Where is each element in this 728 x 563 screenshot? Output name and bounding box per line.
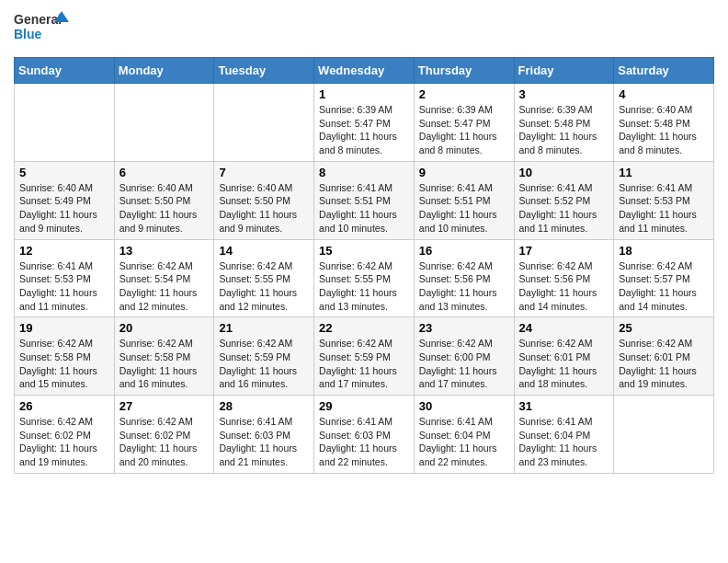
day-number: 15 bbox=[319, 244, 409, 258]
calendar-cell: 18Sunrise: 6:42 AMSunset: 5:57 PMDayligh… bbox=[614, 239, 714, 317]
calendar-cell: 9Sunrise: 6:41 AMSunset: 5:51 PMDaylight… bbox=[414, 161, 514, 239]
calendar-week-row: 12Sunrise: 6:41 AMSunset: 5:53 PMDayligh… bbox=[15, 239, 714, 317]
day-info: Sunrise: 6:42 AMSunset: 5:56 PMDaylight:… bbox=[519, 259, 609, 314]
day-number: 2 bbox=[419, 87, 509, 101]
calendar-cell: 31Sunrise: 6:41 AMSunset: 6:04 PMDayligh… bbox=[514, 396, 614, 474]
day-number: 19 bbox=[19, 321, 109, 335]
weekday-header: Sunday bbox=[15, 58, 115, 84]
calendar-cell bbox=[614, 396, 714, 474]
calendar-cell: 25Sunrise: 6:42 AMSunset: 6:01 PMDayligh… bbox=[614, 317, 714, 396]
day-info: Sunrise: 6:42 AMSunset: 5:57 PMDaylight:… bbox=[619, 259, 709, 314]
day-info: Sunrise: 6:39 AMSunset: 5:47 PMDaylight:… bbox=[419, 103, 509, 157]
weekday-row: SundayMondayTuesdayWednesdayThursdayFrid… bbox=[15, 58, 714, 84]
day-info: Sunrise: 6:42 AMSunset: 5:55 PMDaylight:… bbox=[219, 259, 309, 314]
calendar-cell: 26Sunrise: 6:42 AMSunset: 6:02 PMDayligh… bbox=[15, 396, 115, 474]
calendar-cell: 21Sunrise: 6:42 AMSunset: 5:59 PMDayligh… bbox=[214, 317, 314, 396]
day-info: Sunrise: 6:42 AMSunset: 6:02 PMDaylight:… bbox=[119, 415, 210, 469]
day-info: Sunrise: 6:42 AMSunset: 6:01 PMDaylight:… bbox=[619, 337, 709, 391]
day-info: Sunrise: 6:39 AMSunset: 5:48 PMDaylight:… bbox=[519, 103, 609, 157]
calendar-cell: 11Sunrise: 6:41 AMSunset: 5:53 PMDayligh… bbox=[614, 161, 714, 239]
day-number: 30 bbox=[419, 399, 509, 413]
day-info: Sunrise: 6:39 AMSunset: 5:47 PMDaylight:… bbox=[319, 103, 409, 157]
day-info: Sunrise: 6:41 AMSunset: 6:04 PMDaylight:… bbox=[419, 415, 509, 469]
logo-svg: General Blue bbox=[14, 9, 69, 50]
day-info: Sunrise: 6:42 AMSunset: 5:58 PMDaylight:… bbox=[19, 337, 109, 391]
day-info: Sunrise: 6:41 AMSunset: 6:04 PMDaylight:… bbox=[519, 415, 609, 469]
day-number: 9 bbox=[419, 166, 509, 179]
day-number: 12 bbox=[19, 244, 109, 258]
day-info: Sunrise: 6:42 AMSunset: 5:54 PMDaylight:… bbox=[119, 259, 210, 314]
day-number: 24 bbox=[519, 321, 609, 335]
day-info: Sunrise: 6:41 AMSunset: 6:03 PMDaylight:… bbox=[219, 415, 309, 469]
day-info: Sunrise: 6:42 AMSunset: 5:59 PMDaylight:… bbox=[319, 337, 409, 391]
day-info: Sunrise: 6:41 AMSunset: 5:53 PMDaylight:… bbox=[19, 259, 109, 314]
day-number: 13 bbox=[119, 244, 210, 258]
day-info: Sunrise: 6:41 AMSunset: 6:03 PMDaylight:… bbox=[319, 415, 409, 469]
calendar-cell bbox=[114, 84, 214, 162]
calendar-week-row: 26Sunrise: 6:42 AMSunset: 6:02 PMDayligh… bbox=[15, 396, 714, 474]
weekday-header: Wednesday bbox=[314, 58, 415, 84]
day-info: Sunrise: 6:42 AMSunset: 5:56 PMDaylight:… bbox=[419, 259, 509, 314]
calendar-cell bbox=[214, 84, 314, 162]
calendar-header: SundayMondayTuesdayWednesdayThursdayFrid… bbox=[15, 58, 714, 84]
logo: General Blue bbox=[14, 9, 69, 50]
day-number: 28 bbox=[219, 399, 309, 413]
day-number: 1 bbox=[319, 87, 409, 101]
day-info: Sunrise: 6:42 AMSunset: 6:01 PMDaylight:… bbox=[519, 337, 609, 391]
calendar-week-row: 19Sunrise: 6:42 AMSunset: 5:58 PMDayligh… bbox=[15, 317, 714, 396]
day-info: Sunrise: 6:42 AMSunset: 5:59 PMDaylight:… bbox=[219, 337, 309, 391]
day-number: 29 bbox=[319, 399, 409, 413]
calendar-cell: 12Sunrise: 6:41 AMSunset: 5:53 PMDayligh… bbox=[15, 239, 115, 317]
day-number: 7 bbox=[219, 166, 309, 179]
day-number: 22 bbox=[319, 321, 409, 335]
day-number: 25 bbox=[619, 321, 709, 335]
day-info: Sunrise: 6:42 AMSunset: 6:00 PMDaylight:… bbox=[419, 337, 509, 391]
day-info: Sunrise: 6:41 AMSunset: 5:51 PMDaylight:… bbox=[419, 181, 509, 236]
calendar-cell bbox=[15, 84, 115, 162]
day-number: 11 bbox=[619, 166, 709, 179]
calendar-cell: 16Sunrise: 6:42 AMSunset: 5:56 PMDayligh… bbox=[414, 239, 514, 317]
day-number: 14 bbox=[219, 244, 309, 258]
day-number: 6 bbox=[119, 166, 210, 179]
day-number: 20 bbox=[119, 321, 210, 335]
day-number: 21 bbox=[219, 321, 309, 335]
day-info: Sunrise: 6:42 AMSunset: 5:55 PMDaylight:… bbox=[319, 259, 409, 314]
svg-text:Blue: Blue bbox=[14, 27, 42, 41]
calendar-cell: 24Sunrise: 6:42 AMSunset: 6:01 PMDayligh… bbox=[514, 317, 614, 396]
weekday-header: Thursday bbox=[414, 58, 514, 84]
calendar-cell: 4Sunrise: 6:40 AMSunset: 5:48 PMDaylight… bbox=[614, 84, 714, 162]
day-number: 17 bbox=[519, 244, 609, 258]
page-header: General Blue bbox=[14, 9, 714, 50]
day-info: Sunrise: 6:41 AMSunset: 5:52 PMDaylight:… bbox=[519, 181, 609, 236]
calendar-cell: 1Sunrise: 6:39 AMSunset: 5:47 PMDaylight… bbox=[314, 84, 415, 162]
day-info: Sunrise: 6:40 AMSunset: 5:48 PMDaylight:… bbox=[619, 103, 709, 157]
weekday-header: Tuesday bbox=[214, 58, 314, 84]
weekday-header: Monday bbox=[114, 58, 214, 84]
day-number: 31 bbox=[519, 399, 609, 413]
weekday-header: Friday bbox=[514, 58, 614, 84]
day-number: 18 bbox=[619, 244, 709, 258]
calendar-cell: 3Sunrise: 6:39 AMSunset: 5:48 PMDaylight… bbox=[514, 84, 614, 162]
calendar-cell: 14Sunrise: 6:42 AMSunset: 5:55 PMDayligh… bbox=[214, 239, 314, 317]
day-number: 16 bbox=[419, 244, 509, 258]
calendar-cell: 6Sunrise: 6:40 AMSunset: 5:50 PMDaylight… bbox=[114, 161, 214, 239]
day-info: Sunrise: 6:41 AMSunset: 5:53 PMDaylight:… bbox=[619, 181, 709, 236]
calendar-cell: 19Sunrise: 6:42 AMSunset: 5:58 PMDayligh… bbox=[15, 317, 115, 396]
day-number: 27 bbox=[119, 399, 210, 413]
calendar-cell: 17Sunrise: 6:42 AMSunset: 5:56 PMDayligh… bbox=[514, 239, 614, 317]
calendar-cell: 27Sunrise: 6:42 AMSunset: 6:02 PMDayligh… bbox=[114, 396, 214, 474]
calendar-body: 1Sunrise: 6:39 AMSunset: 5:47 PMDaylight… bbox=[15, 84, 714, 474]
calendar-cell: 22Sunrise: 6:42 AMSunset: 5:59 PMDayligh… bbox=[314, 317, 415, 396]
day-info: Sunrise: 6:40 AMSunset: 5:49 PMDaylight:… bbox=[19, 181, 109, 236]
calendar-cell: 30Sunrise: 6:41 AMSunset: 6:04 PMDayligh… bbox=[414, 396, 514, 474]
calendar-cell: 20Sunrise: 6:42 AMSunset: 5:58 PMDayligh… bbox=[114, 317, 214, 396]
day-info: Sunrise: 6:40 AMSunset: 5:50 PMDaylight:… bbox=[119, 181, 210, 236]
day-info: Sunrise: 6:41 AMSunset: 5:51 PMDaylight:… bbox=[319, 181, 409, 236]
day-info: Sunrise: 6:40 AMSunset: 5:50 PMDaylight:… bbox=[219, 181, 309, 236]
day-number: 8 bbox=[319, 166, 409, 179]
day-number: 3 bbox=[519, 87, 609, 101]
calendar-cell: 15Sunrise: 6:42 AMSunset: 5:55 PMDayligh… bbox=[314, 239, 415, 317]
calendar-cell: 13Sunrise: 6:42 AMSunset: 5:54 PMDayligh… bbox=[114, 239, 214, 317]
day-number: 26 bbox=[19, 399, 109, 413]
calendar-cell: 7Sunrise: 6:40 AMSunset: 5:50 PMDaylight… bbox=[214, 161, 314, 239]
